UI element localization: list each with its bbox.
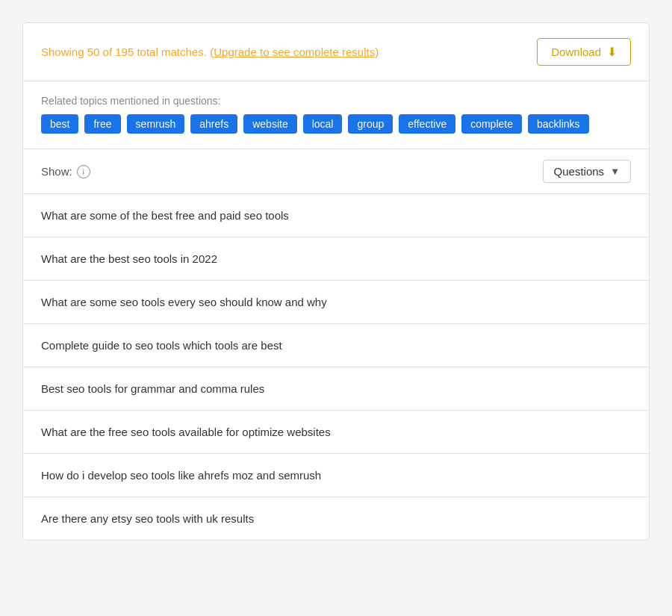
dropdown-label: Questions (554, 165, 605, 178)
question-row[interactable]: What are the free seo tools available fo… (23, 411, 649, 454)
download-icon: ⬇ (607, 45, 617, 59)
topic-tag[interactable]: website (243, 114, 296, 134)
topic-tag[interactable]: effective (399, 114, 455, 134)
topic-tag[interactable]: backlinks (528, 114, 589, 134)
questions-list: What are some of the best free and paid … (23, 194, 649, 540)
question-row[interactable]: Complete guide to seo tools which tools … (23, 324, 649, 367)
show-label: Show: i (41, 165, 90, 178)
show-section: Show: i Questions ▼ (23, 149, 649, 194)
topic-tag[interactable]: local (303, 114, 343, 134)
download-label: Download (551, 46, 601, 58)
topics-label: Related topics mentioned in questions: (41, 95, 631, 107)
topic-tag[interactable]: complete (461, 114, 522, 134)
question-row[interactable]: What are the best seo tools in 2022 (23, 237, 649, 281)
topic-tag[interactable]: free (84, 114, 120, 134)
info-icon[interactable]: i (77, 165, 90, 178)
topic-tag[interactable]: group (348, 114, 393, 134)
show-text: Show: (41, 165, 72, 178)
question-row[interactable]: How do i develop seo tools like ahrefs m… (23, 454, 649, 497)
topic-tag[interactable]: best (41, 114, 78, 134)
download-button[interactable]: Download ⬇ (537, 38, 631, 66)
question-row[interactable]: What are some seo tools every seo should… (23, 281, 649, 324)
topic-tag[interactable]: ahrefs (190, 114, 237, 134)
topic-tag[interactable]: semrush (127, 114, 185, 134)
question-row[interactable]: Are there any etsy seo tools with uk res… (23, 497, 649, 540)
topics-section: Related topics mentioned in questions: b… (23, 81, 649, 149)
question-row[interactable]: Best seo tools for grammar and comma rul… (23, 367, 649, 411)
matches-text: Showing 50 of 195 total matches. (41, 46, 207, 58)
upgrade-link[interactable]: (Upgrade to see complete results) (210, 46, 379, 58)
question-row[interactable]: What are some of the best free and paid … (23, 194, 649, 237)
matches-info: Showing 50 of 195 total matches. (Upgrad… (41, 46, 379, 59)
header-section: Showing 50 of 195 total matches. (Upgrad… (23, 23, 649, 81)
main-container: Showing 50 of 195 total matches. (Upgrad… (22, 22, 650, 541)
tags-row: bestfreesemrushahrefswebsitelocalgroupef… (41, 114, 631, 134)
questions-dropdown[interactable]: Questions ▼ (543, 160, 631, 183)
chevron-down-icon: ▼ (610, 166, 620, 177)
